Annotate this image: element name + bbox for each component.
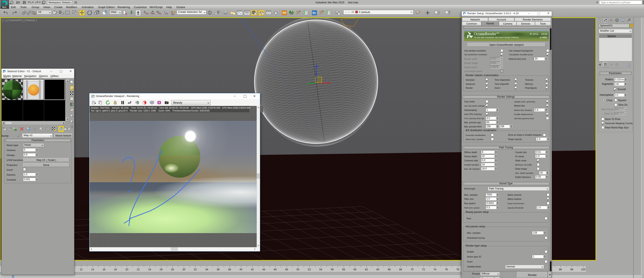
- svg-text:%: %: [156, 10, 159, 14]
- svg-text:Rc: Rc: [312, 11, 316, 15]
- svg-text:AF: AF: [128, 102, 130, 104]
- svg-text:3: 3: [144, 10, 145, 14]
- svg-text:FP: FP: [283, 11, 286, 15]
- svg-text:{}: {}: [171, 10, 173, 14]
- svg-text:ABC: ABC: [172, 14, 175, 16]
- svg-text:z: z: [317, 64, 318, 67]
